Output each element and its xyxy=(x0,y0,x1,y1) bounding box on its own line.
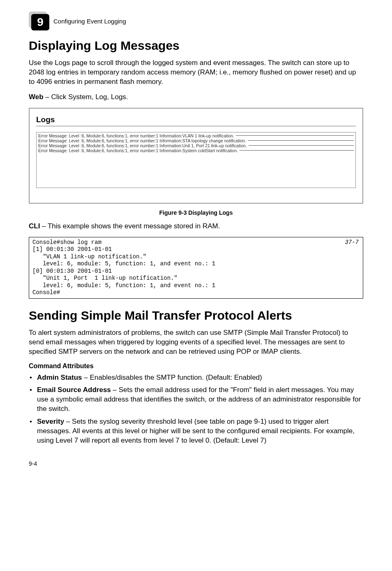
figure-caption: Figure 9-3 Displaying Logs xyxy=(29,209,363,216)
web-instruction: Web – Click System, Log, Logs. xyxy=(29,93,363,102)
chapter-label: Configuring Event Logging xyxy=(53,18,126,25)
code-line: level: 6, module: 5, function: 1, and ev… xyxy=(32,260,215,267)
bullet-rest: – Enables/disables the SMTP function. (D… xyxy=(82,374,262,381)
log-line: Error Message: Level :6, Module:6, funct… xyxy=(38,138,354,143)
log-line: Error Message: Level :6, Module:6, funct… xyxy=(38,133,354,138)
logs-divider xyxy=(36,126,356,126)
chapter-number: 9 xyxy=(37,16,44,29)
code-line: "VLAN 1 link-up notification." xyxy=(32,253,146,260)
page-number: 9-4 xyxy=(29,460,363,467)
list-item: Admin Status – Enables/disables the SMTP… xyxy=(29,373,363,383)
section1-para1: Use the Logs page to scroll through the … xyxy=(29,58,363,87)
web-rest: – Click System, Log, Logs. xyxy=(44,93,128,101)
list-item: Email Source Address – Sets the email ad… xyxy=(29,385,363,414)
code-line: [1] 00:01:30 2001-01-01 xyxy=(32,246,112,253)
code-line: "Unit 1, Port 1 link-up notification." xyxy=(32,275,178,281)
cli-code-block: 37-7Console#show log ram [1] 00:01:30 20… xyxy=(29,237,363,299)
logs-textarea[interactable]: Error Message: Level :6, Module:6, funct… xyxy=(36,132,356,188)
code-line: Console# xyxy=(32,289,60,296)
web-lead: Web xyxy=(29,93,44,101)
bullet-lead: Severity xyxy=(37,418,64,425)
log-line: Error Message: Level :6, Module:6, funct… xyxy=(38,143,354,148)
list-item: Severity – Sets the syslog severity thre… xyxy=(29,417,363,446)
cli-lead: CLI xyxy=(29,222,40,230)
log-line: Error Message: Level :6, Module:6, funct… xyxy=(38,148,354,153)
code-line: level: 6, module: 5, function: 1, and ev… xyxy=(32,282,215,289)
code-line: Console#show log ram xyxy=(32,239,101,246)
command-attributes-list: Admin Status – Enables/disables the SMTP… xyxy=(29,373,363,446)
logs-panel-title: Logs xyxy=(36,115,356,124)
command-attributes-heading: Command Attributes xyxy=(29,362,363,370)
section2-title: Sending Simple Mail Transfer Protocol Al… xyxy=(29,309,363,323)
bullet-lead: Admin Status xyxy=(37,374,82,381)
code-page-ref: 37-7 xyxy=(345,239,359,246)
bullet-rest: – Sets the syslog severity threshold lev… xyxy=(37,418,355,444)
logs-screenshot: Logs Error Message: Level :6, Module:6, … xyxy=(29,108,363,204)
chapter-number-badge: 9 xyxy=(31,14,49,30)
cli-rest: – This example shows the event message s… xyxy=(40,222,220,230)
section-title: Displaying Log Messages xyxy=(29,39,363,53)
bullet-lead: Email Source Address xyxy=(37,386,111,394)
section2-para1: To alert system administrators of proble… xyxy=(29,328,363,357)
cli-instruction: CLI – This example shows the event messa… xyxy=(29,222,363,231)
code-line: [0] 00:01:30 2001-01-01 xyxy=(32,268,112,274)
chapter-header: 9 Configuring Event Logging xyxy=(29,12,363,30)
